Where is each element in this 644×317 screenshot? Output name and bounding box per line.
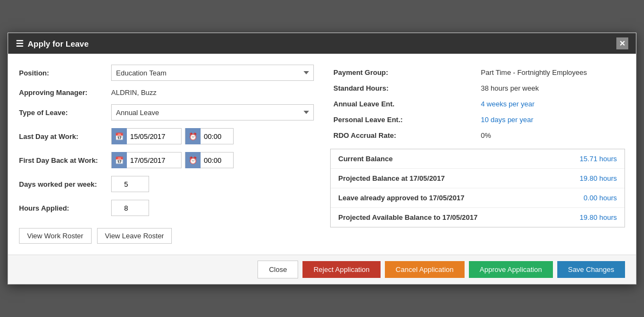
save-changes-button[interactable]: Save Changes <box>557 261 625 278</box>
last-day-date-input[interactable] <box>127 129 181 144</box>
close-button-x[interactable]: ✕ <box>616 37 628 49</box>
position-row: Position: Education Team <box>19 65 314 81</box>
modal-header: ☰ Apply for Leave ✕ <box>8 33 636 54</box>
first-day-clock-icon[interactable]: ⏰ <box>185 152 201 168</box>
days-worked-row: Days worked per week: <box>19 176 314 192</box>
modal-body: Position: Education Team Approving Manag… <box>8 54 636 255</box>
first-day-date-input[interactable] <box>127 153 181 168</box>
apply-for-leave-modal: ☰ Apply for Leave ✕ Position: Education … <box>8 33 636 284</box>
hours-applied-row: Hours Applied: <box>19 200 314 216</box>
hamburger-icon[interactable]: ☰ <box>16 39 23 49</box>
last-day-row: Last Day at Work: 📅 ⏰ <box>19 128 314 144</box>
roster-buttons: View Work Roster View Leave Roster <box>19 228 314 244</box>
payment-group-row: Payment Group: Part Time - Fortnightly E… <box>330 65 625 80</box>
annual-leave-row: Annual Leave Ent. 4 weeks per year <box>330 96 625 112</box>
projected-balance-row: Projected Balance at 17/05/2017 19.80 ho… <box>331 169 624 188</box>
standard-hours-value: 38 hours per week <box>478 80 625 96</box>
last-day-clock-icon[interactable]: ⏰ <box>185 128 201 144</box>
payment-group-value: Part Time - Fortnightly Employees <box>478 65 625 80</box>
projected-available-value: 19.80 hours <box>579 213 617 221</box>
first-day-time-wrap: ⏰ <box>185 152 234 168</box>
rdo-accrual-row: RDO Accrual Rate: 0% <box>330 128 625 143</box>
standard-hours-label: Standard Hours: <box>330 80 478 96</box>
type-of-leave-label: Type of Leave: <box>19 109 106 117</box>
leave-approved-value: 0.00 hours <box>584 194 617 202</box>
days-worked-input[interactable] <box>111 176 149 192</box>
approve-application-button[interactable]: Approve Application <box>469 261 553 278</box>
reject-application-button[interactable]: Reject Application <box>302 261 380 278</box>
first-day-time-input[interactable] <box>201 153 233 168</box>
position-label: Position: <box>19 69 106 77</box>
last-day-date-time: 📅 ⏰ <box>111 128 234 144</box>
leave-approved-label: Leave already approved to 17/05/2017 <box>338 194 465 202</box>
view-leave-roster-button[interactable]: View Leave Roster <box>97 228 172 244</box>
standard-hours-row: Standard Hours: 38 hours per week <box>330 80 625 96</box>
rdo-accrual-value: 0% <box>478 128 625 143</box>
first-day-row: First Day Back at Work: 📅 ⏰ <box>19 152 314 168</box>
last-day-time-wrap: ⏰ <box>185 128 234 144</box>
current-balance-value: 15.71 hours <box>579 155 617 163</box>
balance-box: Current Balance 15.71 hours Projected Ba… <box>330 149 625 227</box>
type-of-leave-select[interactable]: Annual Leave <box>111 104 314 121</box>
rdo-accrual-label: RDO Accrual Rate: <box>330 128 478 143</box>
hours-applied-label: Hours Applied: <box>19 204 106 212</box>
projected-balance-label: Projected Balance at 17/05/2017 <box>338 174 445 182</box>
last-day-label: Last Day at Work: <box>19 132 106 141</box>
personal-leave-label: Personal Leave Ent.: <box>330 112 478 128</box>
last-day-date-wrap: 📅 <box>111 128 182 144</box>
days-worked-label: Days worked per week: <box>19 180 106 188</box>
type-of-leave-row: Type of Leave: Annual Leave <box>19 104 314 121</box>
right-panel: Payment Group: Part Time - Fortnightly E… <box>330 65 625 244</box>
modal-footer: Close Reject Application Cancel Applicat… <box>8 255 636 284</box>
current-balance-row: Current Balance 15.71 hours <box>331 149 624 169</box>
last-day-calendar-icon[interactable]: 📅 <box>112 128 127 144</box>
first-day-calendar-icon[interactable]: 📅 <box>112 152 127 168</box>
current-balance-label: Current Balance <box>338 155 392 163</box>
annual-leave-label: Annual Leave Ent. <box>330 96 478 112</box>
last-day-time-input[interactable] <box>201 129 233 144</box>
info-table: Payment Group: Part Time - Fortnightly E… <box>330 65 625 143</box>
modal-overlay: ☰ Apply for Leave ✕ Position: Education … <box>0 0 644 317</box>
hours-applied-input[interactable] <box>111 200 149 216</box>
left-panel: Position: Education Team Approving Manag… <box>19 65 314 244</box>
personal-leave-row: Personal Leave Ent.: 10 days per year <box>330 112 625 128</box>
position-select[interactable]: Education Team <box>111 65 314 81</box>
annual-leave-value: 4 weeks per year <box>478 96 625 112</box>
projected-available-label: Projected Available Balance to 17/05/201… <box>338 213 478 221</box>
leave-approved-row: Leave already approved to 17/05/2017 0.0… <box>331 188 624 208</box>
first-day-label: First Day Back at Work: <box>19 156 106 164</box>
projected-balance-value: 19.80 hours <box>579 174 617 182</box>
projected-available-row: Projected Available Balance to 17/05/201… <box>331 208 624 227</box>
approving-manager-row: Approving Manager: ALDRIN, Buzz <box>19 88 314 97</box>
payment-group-label: Payment Group: <box>330 65 478 80</box>
view-work-roster-button[interactable]: View Work Roster <box>19 228 92 244</box>
cancel-application-button[interactable]: Cancel Application <box>385 261 465 278</box>
modal-header-left: ☰ Apply for Leave <box>16 39 89 49</box>
first-day-date-time: 📅 ⏰ <box>111 152 234 168</box>
close-button[interactable]: Close <box>257 261 298 278</box>
modal-title: Apply for Leave <box>28 39 89 48</box>
approving-manager-value: ALDRIN, Buzz <box>111 88 157 97</box>
approving-manager-label: Approving Manager: <box>19 88 106 97</box>
first-day-date-wrap: 📅 <box>111 152 182 168</box>
personal-leave-value: 10 days per year <box>478 112 625 128</box>
